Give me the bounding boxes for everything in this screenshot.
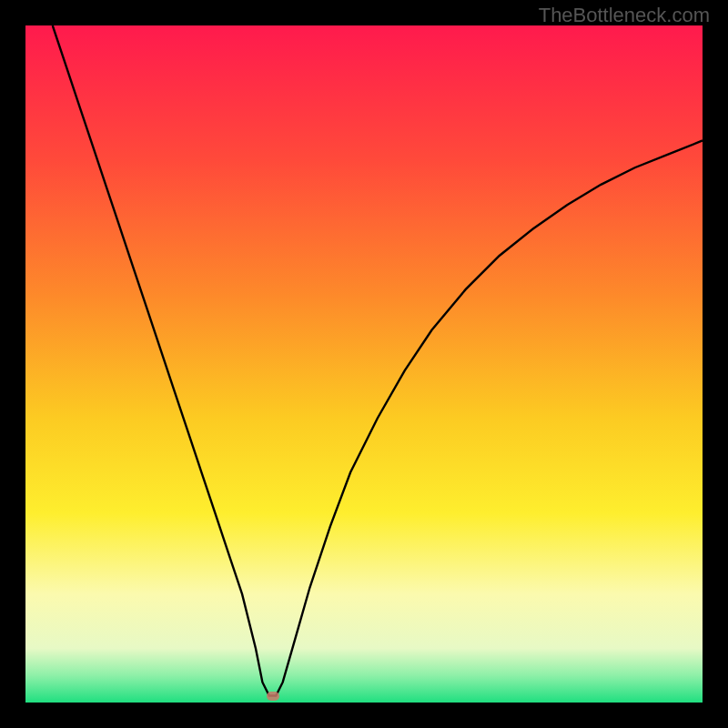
optimal-point-marker: [267, 692, 279, 701]
watermark-text: TheBottleneck.com: [539, 4, 710, 27]
bottleneck-curve: [25, 25, 703, 703]
plot-area: [25, 25, 703, 703]
chart-frame: [25, 25, 703, 703]
